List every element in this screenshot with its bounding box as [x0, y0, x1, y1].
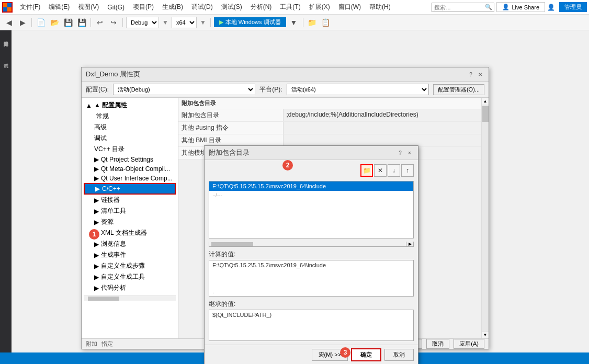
tree-scroll-thumb: [88, 297, 119, 301]
config-manager-button[interactable]: 配置管理器(O)...: [433, 84, 484, 95]
tree-item-debug[interactable]: 调试: [84, 133, 176, 144]
tree-item-linker[interactable]: ▶ 链接器: [84, 195, 176, 206]
scroll-up-btn[interactable]: ▲: [482, 98, 489, 105]
dir-scroll-right[interactable]: ▶: [406, 242, 413, 247]
menubar: 文件(F) 编辑(E) 视图(V) Git(G) 项目(P) 生成(B) 调试(…: [0, 0, 589, 15]
move-down-button[interactable]: ↓: [388, 164, 400, 177]
sidebar-left: 解决方案资源管理器 调试: [0, 30, 12, 364]
open-button[interactable]: 📂: [49, 17, 60, 28]
calc-label: 计算的值:: [209, 250, 414, 259]
dir-item-1[interactable]: E:\QT\Qt5.15.2\5.15.2\msvc2019_64\includ…: [209, 181, 413, 191]
tree-item-custom-build-tool[interactable]: ▶ 自定义生成工具: [84, 271, 176, 282]
tree-label-events: 生成事件: [101, 251, 126, 259]
menu-test[interactable]: 测试(S): [217, 2, 246, 13]
config-dropdown[interactable]: 活动(Debug): [113, 84, 255, 95]
tree-label-browse: 浏览信息: [101, 240, 126, 248]
prop-value-bmi[interactable]: [283, 134, 481, 147]
add-dir-button[interactable]: 📁: [360, 164, 373, 177]
toolbar-separator-2: [90, 18, 91, 27]
bottom-apply-button[interactable]: 应用(A): [454, 339, 484, 349]
tree-label-manifest: 清单工具: [101, 207, 126, 215]
tree-item-qt-meta[interactable]: ▶ Qt Meta-Object Compil...: [84, 164, 176, 174]
dir-list-hscroll[interactable]: ▶: [209, 242, 414, 247]
run-button[interactable]: ▶ 本地 Windows 调试器: [214, 17, 286, 27]
tree-label-vcpp: VC++ 目录: [94, 145, 124, 154]
tree-item-qt-ui[interactable]: ▶ Qt User Interface Comp...: [84, 174, 176, 183]
sidebar-team[interactable]: 调试: [1, 54, 11, 65]
extra-button[interactable]: 📋: [320, 17, 332, 28]
app-logo: [2, 2, 13, 13]
scroll-thumb: [482, 106, 489, 122]
tree-root[interactable]: ▲ ▲ 配置属性: [84, 100, 176, 111]
tree-root-label: ▲ 配置属性: [94, 101, 127, 110]
run-config-button[interactable]: ▼: [288, 17, 300, 28]
scroll-down-btn[interactable]: ▼: [482, 331, 489, 338]
menu-debug[interactable]: 调试(D): [187, 2, 217, 13]
tree-item-code-analysis[interactable]: ▶ 代码分析: [84, 282, 176, 293]
table-row: 其他 BMI 目录: [178, 134, 481, 147]
new-file-button[interactable]: 📄: [35, 17, 47, 28]
tree-expand-linker: ▶: [94, 197, 99, 204]
move-up-button[interactable]: ↑: [401, 164, 414, 177]
tree-item-resource[interactable]: ▶ 资源: [84, 217, 176, 228]
save-button[interactable]: 💾: [62, 17, 74, 28]
tree-item-custom-build-step[interactable]: ▶ 自定义生成步骤: [84, 260, 176, 271]
inner-cancel-button[interactable]: 取消: [384, 349, 414, 361]
menu-project[interactable]: 项目(P): [129, 2, 158, 13]
help-title-button[interactable]: ?: [467, 70, 475, 78]
main-layout: 解决方案资源管理器 调试 Dxf_Demo 属性页 ? ✕ 配置(C): 活动(…: [0, 30, 589, 364]
save-all-button[interactable]: 💾: [76, 17, 87, 28]
menu-git[interactable]: Git(G): [103, 3, 129, 12]
tree-expand-resource: ▶: [94, 219, 99, 226]
close-dialog-button[interactable]: ✕: [476, 70, 484, 78]
remove-dir-button[interactable]: ✕: [374, 164, 387, 177]
config-select[interactable]: Debug: [126, 17, 159, 28]
tree-label-resource: 资源: [101, 218, 114, 226]
menu-analyze[interactable]: 分析(N): [246, 2, 276, 13]
menu-window[interactable]: 窗口(W): [334, 2, 365, 13]
menu-extensions[interactable]: 扩展(X): [305, 2, 334, 13]
undo-button[interactable]: ↩: [94, 17, 106, 28]
tree-item-qt-project[interactable]: ▶ Qt Project Settings: [84, 155, 176, 164]
menu-edit[interactable]: 编辑(E): [44, 2, 74, 13]
platform-dropdown[interactable]: 活动(x64): [287, 84, 429, 95]
forward-button[interactable]: ▶: [17, 17, 28, 28]
live-share-button[interactable]: 👤 Live Share: [496, 2, 545, 12]
menu-help[interactable]: 帮助(H): [365, 2, 395, 13]
tree-item-browse[interactable]: ▶ 浏览信息: [84, 238, 176, 249]
search-area: 🔍: [432, 3, 492, 12]
prop-value-using[interactable]: [283, 122, 481, 134]
tree-item-general[interactable]: 常规: [84, 111, 176, 122]
dir-hscroll-thumb: [211, 242, 253, 246]
inner-dialog-title: 附加包含目录: [209, 148, 250, 157]
inner-title-buttons: ? ×: [396, 149, 414, 157]
tree-label-general: 常规: [96, 112, 109, 121]
admin-button[interactable]: 管理员: [559, 2, 587, 12]
tree-label-qt-meta: Qt Meta-Object Compil...: [101, 165, 170, 173]
prop-value-include[interactable]: ;debug;/include;%(AdditionalIncludeDirec…: [283, 109, 481, 122]
menu-tools[interactable]: 工具(T): [276, 2, 304, 13]
menu-file[interactable]: 文件(F): [16, 2, 44, 13]
inherit-label: 继承的值:: [209, 300, 414, 309]
props-vscrollbar[interactable]: ▲ ▼: [481, 98, 489, 338]
dir-list[interactable]: E:\QT\Qt5.15.2\5.15.2\msvc2019_64\includ…: [209, 181, 414, 238]
tree-item-advanced[interactable]: 高级: [84, 122, 176, 133]
sidebar-solution[interactable]: 解决方案资源管理器: [1, 32, 11, 43]
tree-item-manifest[interactable]: ▶ 清单工具: [84, 206, 176, 217]
tree-item-vcpp[interactable]: VC++ 目录: [84, 144, 176, 155]
tree-item-events[interactable]: ▶ 生成事件: [84, 249, 176, 260]
props-dialog-title: Dxf_Demo 属性页: [86, 70, 140, 79]
menu-view[interactable]: 视图(V): [74, 2, 103, 13]
tree-item-cpp[interactable]: ▶ C/C++: [84, 183, 176, 195]
inner-ok-button[interactable]: 确定: [351, 348, 381, 361]
bottom-cancel-button[interactable]: 取消: [426, 339, 449, 349]
platform-select[interactable]: x64: [172, 17, 197, 28]
inner-close-button[interactable]: ×: [405, 149, 414, 157]
back-button[interactable]: ◀: [3, 17, 15, 28]
menu-build[interactable]: 生成(B): [158, 2, 187, 13]
dir-item-2[interactable]: ·-/---: [209, 191, 413, 200]
tree-hscroll[interactable]: [84, 295, 176, 301]
redo-button[interactable]: ↪: [108, 17, 119, 28]
browse-button[interactable]: 📁: [307, 17, 318, 28]
inner-help-button[interactable]: ?: [396, 149, 404, 157]
